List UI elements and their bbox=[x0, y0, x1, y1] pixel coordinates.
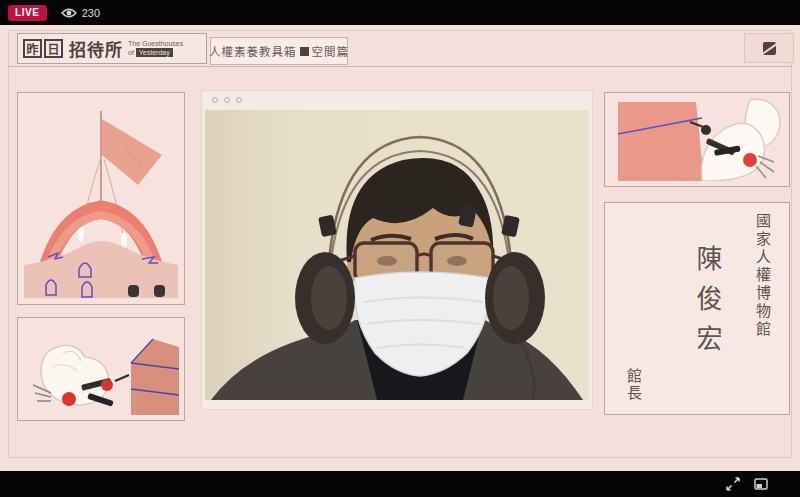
figure bbox=[128, 285, 139, 297]
webcam-video[interactable] bbox=[205, 110, 589, 400]
photo-icon bbox=[763, 42, 776, 55]
logo-yesterday-badge: Yesterday bbox=[136, 48, 173, 57]
webcam-window bbox=[201, 90, 593, 410]
picture-in-picture-icon[interactable] bbox=[754, 477, 768, 491]
illustration-flag-building bbox=[17, 92, 185, 305]
live-badge: LIVE bbox=[8, 5, 47, 21]
speaker-title: 館長 bbox=[623, 368, 644, 402]
show-logo: 昨 日 招待所 The Guesthouses of Yesterday bbox=[17, 33, 207, 64]
header-divider bbox=[8, 66, 792, 67]
figure bbox=[154, 285, 165, 297]
eye-icon bbox=[61, 7, 77, 19]
illustration-hand-keys-box bbox=[17, 317, 185, 421]
keychain-ball bbox=[62, 392, 76, 406]
corner-photo-button[interactable] bbox=[744, 33, 794, 63]
tab-label-right: 空間篇 bbox=[312, 43, 350, 59]
window-dot-icon bbox=[224, 97, 230, 103]
speaker-name-card: 國家人權博物館 陳俊宏 館長 bbox=[604, 202, 790, 415]
brick-texture bbox=[618, 102, 704, 181]
tab-label-left: 人權素養教具箱 bbox=[209, 43, 297, 59]
broadcast-frame: 昨 日 招待所 The Guesthouses of Yesterday 人權素… bbox=[0, 25, 800, 471]
tab-logo-square-icon bbox=[300, 47, 309, 56]
logo-subtitle-en: The Guesthouses of Yesterday bbox=[128, 40, 183, 57]
window-dot-icon bbox=[236, 97, 242, 103]
player-top-bar: LIVE 230 bbox=[0, 0, 800, 25]
logo-title: 招待所 bbox=[69, 36, 123, 61]
logo-glyph-box: 日 bbox=[44, 39, 63, 58]
logo-glyph-box: 昨 bbox=[23, 39, 42, 58]
keychain-ball bbox=[743, 153, 757, 167]
speaker-organization: 國家人權博物館 bbox=[752, 213, 773, 339]
live-stream-player: LIVE 230 昨 日 招待所 The Guesthouses of Yest… bbox=[0, 0, 800, 497]
window-dot-icon bbox=[212, 97, 218, 103]
tab-episode[interactable]: 人權素養教具箱 空間篇 bbox=[210, 37, 348, 65]
viewer-count: 230 bbox=[82, 7, 100, 19]
speaker-name: 陳俊宏 bbox=[688, 245, 725, 365]
window-titlebar bbox=[201, 90, 593, 110]
illustration-hands-keys bbox=[604, 92, 790, 187]
player-bottom-bar bbox=[0, 471, 800, 497]
fullscreen-expand-icon[interactable] bbox=[726, 477, 740, 491]
